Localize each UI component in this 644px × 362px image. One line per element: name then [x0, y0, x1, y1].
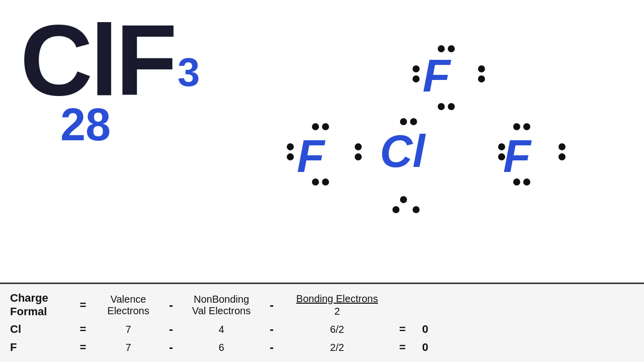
cl-nonbonding: 4: [181, 324, 262, 335]
right-f-label: F: [503, 131, 531, 183]
dot: [558, 153, 566, 160]
dot: [478, 75, 485, 82]
dot: [438, 103, 445, 110]
formula-table: ChargeFormal = ValenceElectrons - NonBon…: [0, 283, 644, 362]
cl-valence: 7: [96, 324, 161, 335]
dot: [478, 65, 485, 72]
valence-header: ValenceElectrons: [96, 294, 161, 317]
cl-result: 0: [413, 323, 438, 336]
dot: [413, 75, 420, 82]
f-minus2: -: [262, 340, 282, 354]
dot: [400, 118, 407, 125]
f-minus1: -: [161, 340, 181, 354]
bonding-denominator: 2: [334, 306, 340, 317]
f-eq2: =: [392, 341, 413, 354]
dot: [413, 206, 420, 213]
dot: [410, 118, 417, 125]
electron-count: 28: [60, 99, 111, 151]
dot: [513, 178, 520, 186]
header-equals: =: [70, 299, 96, 312]
dot: [558, 143, 566, 150]
cl-minus1: -: [161, 322, 181, 336]
molecule-title: ClF 3 28: [20, 10, 175, 111]
bonding-header: Bonding Electrons 2: [282, 293, 392, 317]
dot: [413, 65, 420, 72]
dot: [322, 178, 329, 186]
dot: [523, 178, 530, 186]
dot: [312, 178, 319, 186]
dot: [448, 103, 455, 110]
dot: [438, 45, 445, 52]
dot: [312, 123, 319, 130]
minus1-header: -: [161, 298, 181, 312]
charge-formal-label: ChargeFormal: [10, 292, 70, 318]
dot: [322, 123, 329, 130]
bonding-numerator: Bonding Electrons: [296, 293, 378, 306]
cl-element: Cl: [10, 323, 70, 336]
left-f-label: F: [297, 131, 325, 183]
cl-eq: =: [70, 323, 96, 336]
f-valence: 7: [96, 342, 161, 353]
f-nonbonding: 6: [181, 342, 262, 353]
nonbonding-header: NonBondingVal Electrons: [181, 294, 262, 317]
dot: [287, 153, 294, 160]
subscript-3: 3: [178, 49, 200, 96]
dot: [513, 123, 520, 130]
f-bonding-expr: 2/2: [282, 342, 392, 353]
cl-row: Cl = 7 - 4 - 6/2 = 0: [10, 322, 634, 336]
dot: [448, 45, 455, 52]
dot: [392, 206, 399, 213]
lewis-diagram: F F Cl F: [252, 30, 629, 272]
top-f-label: F: [423, 50, 450, 102]
f-element: F: [10, 341, 70, 354]
f-eq: =: [70, 341, 96, 354]
cl-label: Cl: [380, 126, 425, 177]
table-header-row: ChargeFormal = ValenceElectrons - NonBon…: [10, 292, 634, 318]
dot: [287, 143, 294, 150]
dot: [400, 196, 407, 203]
cl-bonding-expr: 6/2: [282, 324, 392, 335]
minus2-header: -: [262, 298, 282, 312]
f-row: F = 7 - 6 - 2/2 = 0: [10, 340, 634, 354]
dot: [498, 153, 505, 160]
cl-minus2: -: [262, 322, 282, 336]
f-result: 0: [413, 341, 438, 354]
dot: [355, 143, 362, 150]
dot: [355, 153, 362, 160]
dot: [498, 143, 505, 150]
dot: [523, 123, 530, 130]
cl-eq2: =: [392, 323, 413, 336]
